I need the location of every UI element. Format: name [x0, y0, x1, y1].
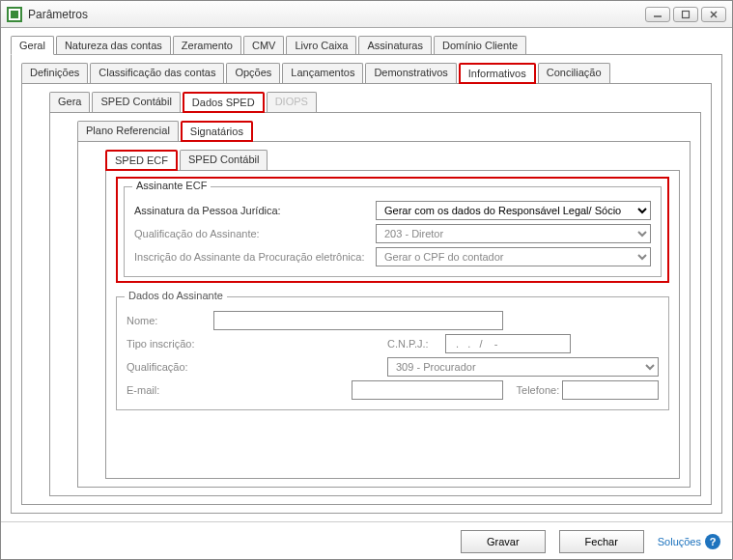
lvl5-tabs: SPED ECF SPED Contábil — [105, 150, 680, 170]
assinatura-pj-select[interactable]: Gerar com os dados do Responsável Legal/… — [376, 201, 651, 220]
tab-plano-referencial[interactable]: Plano Referencial — [77, 121, 179, 141]
inscricao-assinante-label: Inscrição do Assinante da Procuração ele… — [134, 251, 376, 263]
cnpj-label: C.N.P.J.: — [387, 338, 445, 350]
tab-geral[interactable]: Geral — [11, 36, 54, 55]
qualificacao-assinante-label: Qualificação do Assinante: — [134, 228, 376, 239]
telefone-input[interactable] — [562, 380, 659, 400]
group-dados-assinante-legend: Dados do Assinante — [125, 290, 227, 301]
maximize-button[interactable] — [673, 7, 698, 22]
group-assinante-ecf: Assinante ECF Assinatura da Pessoa Juríd… — [124, 186, 662, 277]
group-assinante-ecf-legend: Assinante ECF — [132, 180, 211, 191]
fechar-button[interactable]: Fechar — [559, 530, 644, 553]
tab-diops: DIOPS — [267, 92, 317, 112]
inscricao-assinante-select[interactable]: Gerar o CPF do contador — [376, 247, 651, 266]
svg-rect-1 — [11, 11, 18, 18]
tab-dados-sped[interactable]: Dados SPED — [183, 92, 265, 113]
sub-tabs: Definições Classificação das contas Opçõ… — [21, 63, 712, 83]
minimize-button[interactable] — [645, 7, 670, 22]
bottom-bar: Gravar Fechar Soluções ? — [1, 521, 732, 559]
highlight-assinante-ecf: Assinante ECF Assinatura da Pessoa Juríd… — [116, 177, 669, 283]
qualificacao-select[interactable]: 309 - Procurador — [387, 357, 659, 377]
window-title: Parâmetros — [28, 8, 645, 21]
lvl4-tabs: Plano Referencial Signatários — [77, 121, 691, 141]
nome-label: Nome: — [127, 315, 213, 326]
tab-livro-caixa[interactable]: Livro Caixa — [286, 36, 356, 54]
tab-dominio-cliente[interactable]: Domínio Cliente — [434, 36, 526, 54]
svg-rect-3 — [683, 11, 690, 17]
tab-informativos[interactable]: Informativos — [459, 63, 536, 84]
solucoes-label: Soluções — [658, 536, 701, 547]
top-tabs: Geral Natureza das contas Zeramento CMV … — [11, 36, 722, 54]
assinatura-pj-label: Assinatura da Pessoa Jurídica: — [134, 205, 376, 216]
qualificacao-label: Qualificação: — [127, 361, 213, 373]
tab-cmv[interactable]: CMV — [243, 36, 284, 54]
tab-demonstrativos[interactable]: Demonstrativos — [365, 63, 456, 83]
tab-natureza-contas[interactable]: Natureza das contas — [56, 36, 171, 54]
tab-classificacao-contas[interactable]: Classificação das contas — [90, 63, 224, 83]
tab-sped-contabil-l5[interactable]: SPED Contábil — [180, 150, 268, 170]
tab-lancamentos[interactable]: Lançamentos — [282, 63, 363, 83]
qualificacao-assinante-select[interactable]: 203 - Diretor — [376, 224, 651, 243]
tab-sped-ecf[interactable]: SPED ECF — [105, 150, 178, 171]
tab-sped-contabil-l3[interactable]: SPED Contábil — [92, 92, 180, 112]
tab-definicoes[interactable]: Definições — [21, 63, 88, 83]
tab-conciliacao[interactable]: Conciliação — [538, 63, 610, 83]
tipo-inscricao-label: Tipo inscrição: — [127, 338, 213, 350]
cnpj-input[interactable] — [445, 334, 571, 353]
email-input[interactable] — [352, 380, 503, 400]
nome-input[interactable] — [213, 311, 503, 330]
lvl3-tabs: Gera SPED Contábil Dados SPED DIOPS — [49, 92, 701, 112]
telefone-label: Telefone: — [517, 384, 562, 396]
tab-signatarios[interactable]: Signatários — [181, 121, 253, 142]
help-icon: ? — [705, 534, 720, 549]
solucoes-link[interactable]: Soluções ? — [658, 534, 720, 549]
gravar-button[interactable]: Gravar — [461, 530, 546, 553]
app-icon — [7, 7, 22, 22]
tab-assinaturas[interactable]: Assinaturas — [358, 36, 431, 54]
tab-gera[interactable]: Gera — [49, 92, 90, 112]
titlebar: Parâmetros — [1, 1, 732, 28]
tab-opcoes[interactable]: Opções — [226, 63, 280, 83]
tab-zeramento[interactable]: Zeramento — [173, 36, 241, 54]
email-label: E-mail: — [127, 384, 202, 396]
group-dados-assinante: Dados do Assinante Nome: Tipo inscrição: — [116, 296, 669, 410]
close-button[interactable] — [701, 7, 726, 22]
